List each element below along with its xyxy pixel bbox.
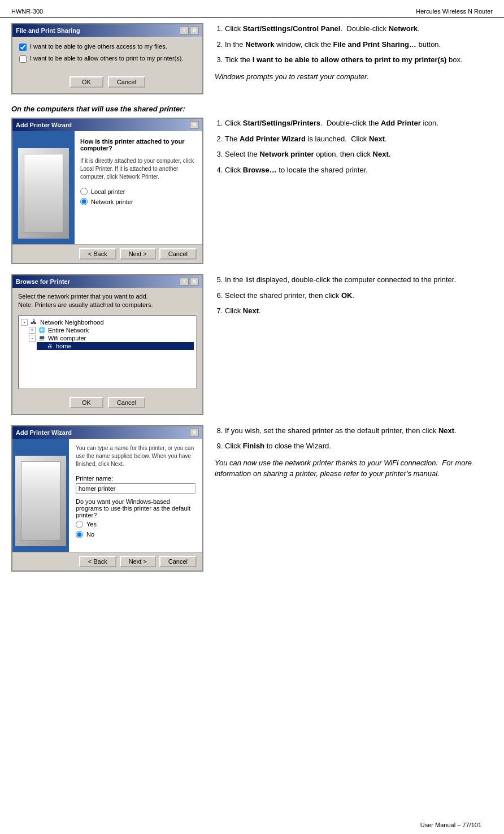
wizard2-sidebar-image xyxy=(15,456,66,546)
dialog4-printer-name-label: Printer name: xyxy=(76,475,195,482)
tree-label-home: home xyxy=(56,343,72,349)
dialog2-close-btn[interactable]: ✕ xyxy=(190,121,199,129)
section3-text: In the list displayed, double-click the … xyxy=(215,274,493,321)
dialog1-titlebar: File and Print Sharing ? ✕ xyxy=(12,24,202,37)
s2step3-bold1: Network printer xyxy=(259,150,314,158)
section3-step5: In the list displayed, double-click the … xyxy=(225,274,493,286)
page-header: HWNR-300 Hercules Wireless N Router xyxy=(0,6,504,18)
s2step4-bold1: Browse… xyxy=(243,166,277,174)
s2step1-bold2: Add Printer xyxy=(381,119,421,127)
dialog1-title-buttons: ? ✕ xyxy=(180,27,199,34)
tree-label-wifi-computer: Wifi computer xyxy=(48,335,86,342)
dialog1-cancel-btn[interactable]: Cancel xyxy=(108,76,145,88)
dialog4-radio2-label: No xyxy=(86,531,94,538)
checkbox1-row: I want to be able to give others access … xyxy=(19,42,195,51)
tree-expand-home-blank xyxy=(37,343,44,349)
section-wizard2: Add Printer Wizard ✕ You can type a name… xyxy=(11,425,493,572)
section4-step8: If you wish, set the shared printer as t… xyxy=(225,425,493,437)
dialog4-close-btn[interactable]: ✕ xyxy=(190,429,199,437)
tree-expand-network: - xyxy=(21,319,28,326)
dialog4-next-btn[interactable]: Next > xyxy=(120,556,156,567)
s2step1-bold1: Start/Settings/Printers xyxy=(243,119,320,127)
dialog4-radio1-row: Yes xyxy=(76,521,195,528)
dialog3-tree: - 🖧 Network Neighborhood + 🌐 Entire Netw… xyxy=(18,316,197,389)
dialog3-title: Browse for Printer xyxy=(16,278,70,285)
dialog3-title-buttons: ? ✕ xyxy=(180,278,199,286)
section2-step4: Click Browse… to locate the shared print… xyxy=(225,165,493,176)
dialog2-radio1-input[interactable] xyxy=(80,188,88,195)
tree-expand-entire: + xyxy=(29,327,36,334)
s4step8-bold1: Next xyxy=(438,426,454,435)
dialog4-back-btn[interactable]: < Back xyxy=(79,556,116,567)
file-print-sharing-dialog: File and Print Sharing ? ✕ I want to be … xyxy=(11,23,203,94)
dialog3-image: Browse for Printer ? ✕ Select the networ… xyxy=(11,274,203,415)
dialog3-help-btn[interactable]: ? xyxy=(180,278,189,286)
dialog2-title-buttons: ✕ xyxy=(190,121,199,129)
dialog3-titlebar: Browse for Printer ? ✕ xyxy=(12,275,202,288)
dialog2-radio1-label: Local printer xyxy=(91,188,125,195)
dialog3-ok-btn[interactable]: OK xyxy=(69,397,103,408)
dialog4-printer-name-input[interactable] xyxy=(76,483,195,494)
checkbox2-label: I want to be able to allow others to pri… xyxy=(30,54,183,62)
dialog1-ok-btn[interactable]: OK xyxy=(69,76,103,88)
dialog2-cancel-btn[interactable]: Cancel xyxy=(159,248,197,260)
section-add-printer: Add Printer Wizard ✕ How is this printer… xyxy=(11,118,493,264)
dialog2-next-btn[interactable]: Next > xyxy=(120,248,156,260)
s3step7-bold1: Next xyxy=(243,306,259,315)
dialog3-cancel-btn[interactable]: Cancel xyxy=(108,397,145,408)
tree-label-entire-network: Entire Network xyxy=(48,327,89,334)
dialog1-help-btn[interactable]: ? xyxy=(180,27,189,34)
section1-step1: Click Start/Settings/Control Panel. Doub… xyxy=(225,23,493,34)
dialog2-title: Add Printer Wizard xyxy=(16,122,72,128)
dialog4-title: Add Printer Wizard xyxy=(16,429,72,436)
dialog4-radio-group: Do you want your Windows-based programs … xyxy=(76,498,195,538)
step2-bold2: File and Print Sharing… xyxy=(333,40,416,49)
section1-text: Click Start/Settings/Control Panel. Doub… xyxy=(215,23,493,82)
dialog3-desc1: Select the network printer that you want… xyxy=(18,292,197,301)
dialog4-titlebar: Add Printer Wizard ✕ xyxy=(12,426,202,439)
dialog2-footer: < Back Next > Cancel xyxy=(12,244,202,263)
section2-step2: The Add Printer Wizard is launched. Clic… xyxy=(225,133,493,145)
dialog3-close-btn[interactable]: ✕ xyxy=(190,278,199,286)
dialog3-desc: Select the network printer that you want… xyxy=(12,288,202,312)
dialog2-radio2-row: Network printer xyxy=(80,198,197,205)
s4step9-bold1: Finish xyxy=(243,442,264,450)
browse-printer-dialog: Browse for Printer ? ✕ Select the networ… xyxy=(11,274,203,415)
header-left: HWNR-300 xyxy=(11,8,43,15)
tree-item-wifi-computer[interactable]: - 💻 Wifi computer xyxy=(29,334,194,342)
tree-item-network-neighborhood[interactable]: - 🖧 Network Neighborhood xyxy=(21,318,194,326)
home-printer-icon: 🖨 xyxy=(46,343,54,349)
section3-step6: Select the shared printer, then click OK… xyxy=(225,290,493,301)
section3-steps: In the list displayed, double-click the … xyxy=(215,274,493,317)
dialog4-title-buttons: ✕ xyxy=(190,429,199,437)
page-footer: User Manual – 77/101 xyxy=(0,822,493,828)
dialog2-desc: If it is directly attached to your compu… xyxy=(80,157,197,181)
tree-indent-wifi: - 💻 Wifi computer xyxy=(29,334,194,342)
dialog2-body: How is this printer attached to your com… xyxy=(12,131,202,244)
dialog4-content: You can type a name for this printer, or… xyxy=(69,439,202,552)
dialog4-cancel-btn[interactable]: Cancel xyxy=(159,556,197,567)
dialog4-printer-name-row: Printer name: xyxy=(76,475,195,494)
dialog2-back-btn[interactable]: < Back xyxy=(79,248,116,260)
tree-item-home[interactable]: 🖨 home xyxy=(37,342,194,350)
dialog2-radio2-input[interactable] xyxy=(80,198,88,205)
section-file-print-sharing: File and Print Sharing ? ✕ I want to be … xyxy=(11,23,493,94)
s2step3-bold2: Next xyxy=(373,150,389,158)
wifi-computer-icon: 💻 xyxy=(38,335,46,342)
checkbox2-input[interactable] xyxy=(19,55,27,63)
dialog1-close-btn[interactable]: ✕ xyxy=(190,27,199,34)
checkbox1-input[interactable] xyxy=(19,44,27,51)
tree-item-entire-network[interactable]: + 🌐 Entire Network xyxy=(29,326,194,334)
section1-step2: In the Network window, click the File an… xyxy=(225,39,493,50)
dialog4-radio1-input[interactable] xyxy=(76,521,83,528)
add-printer-wizard2-dialog: Add Printer Wizard ✕ You can type a name… xyxy=(11,425,203,572)
dialog3-footer: OK Cancel xyxy=(12,392,202,414)
dialog4-desc: You can type a name for this printer, or… xyxy=(76,444,195,468)
dialog4-radio2-input[interactable] xyxy=(76,531,83,538)
dialog4-body: You can type a name for this printer, or… xyxy=(12,439,202,552)
section4-note: You can now use the network printer than… xyxy=(215,457,493,479)
step3-bold1: I want to be able to allow others to pri… xyxy=(253,55,447,64)
s2step2-bold2: Next xyxy=(369,135,385,143)
dialog2-sidebar xyxy=(12,131,75,244)
section4-step9: Click Finish to close the Wizard. xyxy=(225,440,493,452)
